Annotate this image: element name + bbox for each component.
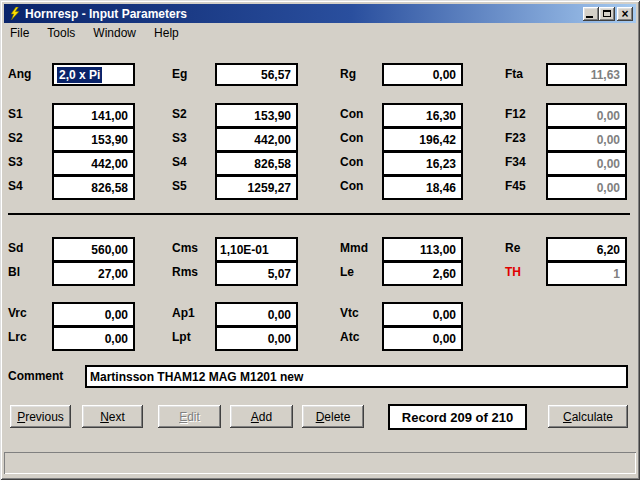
s2-end-label: S2 <box>172 107 187 121</box>
s2-label: S2 <box>8 131 23 145</box>
field-con1-input[interactable]: 16,30 <box>382 103 463 128</box>
s3-label: S3 <box>8 155 23 169</box>
atc-label: Atc <box>340 330 359 344</box>
ang-label: Ang <box>8 67 31 81</box>
field-s4-value: 826,58 <box>91 181 128 195</box>
le-label: Le <box>340 265 354 279</box>
field-ang-input[interactable]: 2,0 x Pi <box>52 63 135 86</box>
field-mmd-input[interactable]: 113,00 <box>382 237 463 262</box>
field-rg-value: 0,00 <box>433 68 456 82</box>
menu-help[interactable]: Help <box>145 24 188 42</box>
field-ap1-input[interactable]: 0,00 <box>215 302 298 327</box>
field-ap1-value: 0,00 <box>268 308 291 322</box>
lrc-label: Lrc <box>8 330 27 344</box>
field-lrc-value: 0,00 <box>105 332 128 346</box>
next-button[interactable]: Next <box>82 405 143 428</box>
menu-window[interactable]: Window <box>84 24 145 42</box>
field-vrc-input[interactable]: 0,00 <box>52 302 135 327</box>
add-button[interactable]: Add <box>230 405 293 428</box>
field-con4-value: 18,46 <box>426 181 456 195</box>
field-s4-input[interactable]: 826,58 <box>52 175 135 200</box>
field-s3-end-input[interactable]: 442,00 <box>215 127 298 152</box>
con1-label: Con <box>340 107 363 121</box>
maximize-button[interactable] <box>599 7 615 21</box>
field-eg-value: 56,57 <box>261 68 291 82</box>
field-eg-input[interactable]: 56,57 <box>215 63 298 86</box>
rms-label: Rms <box>172 265 198 279</box>
field-s4-end-input[interactable]: 826,58 <box>215 151 298 176</box>
field-atc-input[interactable]: 0,00 <box>382 326 463 351</box>
field-s1-input[interactable]: 141,00 <box>52 103 135 128</box>
field-s3-end-value: 442,00 <box>254 133 291 147</box>
rg-label: Rg <box>340 67 356 81</box>
comment-label: Comment <box>8 369 63 383</box>
field-lpt-value: 0,00 <box>268 332 291 346</box>
hornresp-window: Hornresp - Input Parameters × File Tools… <box>0 0 640 480</box>
field-vtc-input[interactable]: 0,00 <box>382 302 463 327</box>
field-rms-input[interactable]: 5,07 <box>215 261 298 286</box>
field-cms-input[interactable]: 1,10E-01 <box>215 237 298 262</box>
field-s1-value: 141,00 <box>91 109 128 123</box>
field-con3-value: 16,23 <box>426 157 456 171</box>
field-vrc-value: 0,00 <box>105 308 128 322</box>
field-bl-input[interactable]: 27,00 <box>52 261 135 286</box>
field-s2-end-input[interactable]: 153,90 <box>215 103 298 128</box>
field-s2-value: 153,90 <box>91 133 128 147</box>
mmd-label: Mmd <box>340 241 368 255</box>
field-f12-value: 0,00 <box>597 109 620 123</box>
field-s3-value: 442,00 <box>91 157 128 171</box>
re-label: Re <box>505 241 520 255</box>
field-f45-input: 0,00 <box>546 175 627 200</box>
title-bar[interactable]: Hornresp - Input Parameters × <box>4 4 636 23</box>
field-fta-input: 11,63 <box>546 63 627 86</box>
cms-label: Cms <box>172 241 198 255</box>
f45-label: F45 <box>505 179 526 193</box>
s4-label: S4 <box>8 179 23 193</box>
menu-file[interactable]: File <box>4 24 38 42</box>
field-con2-input[interactable]: 196,42 <box>382 127 463 152</box>
delete-button[interactable]: Delete <box>302 405 364 428</box>
field-lpt-input[interactable]: 0,00 <box>215 326 298 351</box>
field-vtc-value: 0,00 <box>433 308 456 322</box>
field-con3-input[interactable]: 16,23 <box>382 151 463 176</box>
f23-label: F23 <box>505 131 526 145</box>
field-re-input[interactable]: 6,20 <box>546 237 627 262</box>
minimize-button[interactable] <box>583 7 599 21</box>
field-bl-value: 27,00 <box>98 267 128 281</box>
vtc-label: Vtc <box>340 306 359 320</box>
field-f45-value: 0,00 <box>597 181 620 195</box>
field-sd-input[interactable]: 560,00 <box>52 237 135 262</box>
f34-label: F34 <box>505 155 526 169</box>
field-s4-end-value: 826,58 <box>254 157 291 171</box>
field-s2-input[interactable]: 153,90 <box>52 127 135 152</box>
field-rg-input[interactable]: 0,00 <box>382 63 463 86</box>
field-f34-input: 0,00 <box>546 151 627 176</box>
field-th-value: 1 <box>613 267 620 281</box>
eg-label: Eg <box>172 67 187 81</box>
field-f12-input: 0,00 <box>546 103 627 128</box>
field-rms-value: 5,07 <box>268 267 291 281</box>
minimize-icon <box>586 16 593 18</box>
field-s5-input[interactable]: 1259,27 <box>215 175 298 200</box>
titlebar-controls: × <box>583 7 633 21</box>
bl-label: Bl <box>8 265 20 279</box>
field-s3-input[interactable]: 442,00 <box>52 151 135 176</box>
section-divider <box>8 213 630 215</box>
lightning-bolt-icon <box>7 7 21 21</box>
menu-tools[interactable]: Tools <box>38 24 84 42</box>
record-counter-text: Record 209 of 210 <box>402 410 513 425</box>
con3-label: Con <box>340 155 363 169</box>
field-con4-input[interactable]: 18,46 <box>382 175 463 200</box>
calculate-button[interactable]: Calculate <box>548 405 628 428</box>
field-fta-value: 11,63 <box>591 68 620 82</box>
sd-label: Sd <box>8 241 23 255</box>
previous-button[interactable]: Previous <box>10 405 71 428</box>
field-le-value: 2,60 <box>433 267 456 281</box>
maximize-icon <box>603 10 611 17</box>
s5-label: S5 <box>172 179 187 193</box>
comment-input[interactable]: Martinsson THAM12 MAG M1201 new <box>85 365 628 388</box>
field-lrc-input[interactable]: 0,00 <box>52 326 135 351</box>
close-button[interactable]: × <box>617 7 633 21</box>
field-le-input[interactable]: 2,60 <box>382 261 463 286</box>
field-ang-value: 2,0 x Pi <box>57 67 102 83</box>
